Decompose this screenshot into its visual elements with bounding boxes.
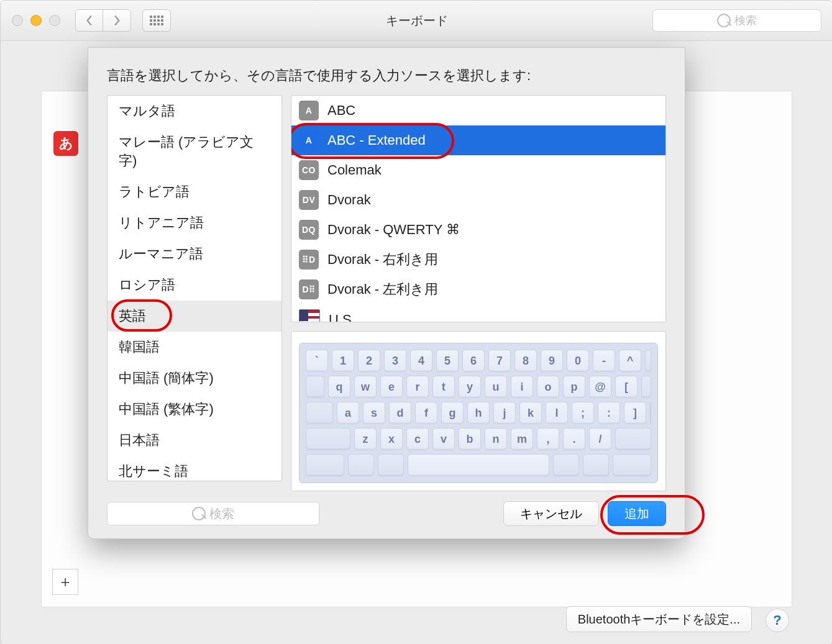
input-source-label: Dvorak - QWERTY ⌘	[327, 222, 460, 238]
keyboard-key: l	[546, 402, 568, 424]
input-source-row[interactable]: DQDvorak - QWERTY ⌘	[291, 215, 665, 245]
keyboard-key: p	[563, 376, 585, 398]
keyboard-key: .	[563, 428, 585, 450]
input-source-label: ABC - Extended	[327, 132, 426, 148]
keyboard-key-spacer	[613, 454, 651, 476]
sheet-search-placeholder: 検索	[209, 506, 234, 522]
keyboard-key-spacer	[306, 376, 324, 398]
keyboard-key: w	[354, 376, 377, 398]
keyboard-key: o	[537, 376, 559, 398]
keyboard-key: q	[328, 376, 350, 398]
input-source-row[interactable]: AABC - Extended	[291, 125, 665, 155]
language-row[interactable]: マルタ語	[107, 96, 281, 127]
keyboard-key: h	[467, 402, 490, 424]
keyboard-key: ]	[624, 402, 646, 424]
keyboard-row: qwertyuiop@[	[306, 376, 651, 398]
keyboard-key: g	[441, 402, 464, 424]
keyboard-spacebar	[408, 454, 549, 476]
hiragana-input-icon[interactable]: あ	[53, 131, 78, 156]
keyboard-key: ;	[572, 402, 594, 424]
keyboard-row	[306, 454, 651, 476]
keyboard-key: [	[615, 376, 638, 398]
input-source-icon: D⠿	[299, 279, 319, 299]
keyboard-key: e	[380, 376, 403, 398]
keyboard-key-spacer	[645, 350, 651, 372]
language-row[interactable]: 中国語 (簡体字)	[107, 363, 281, 394]
keyboard-key: 9	[541, 350, 563, 372]
input-source-row[interactable]: U.S.	[291, 304, 665, 322]
sheet-prompt: 言語を選択してから、その言語で使用する入力ソースを選択します:	[107, 66, 666, 85]
keyboard-key: j	[493, 402, 516, 424]
keyboard-key-spacer	[306, 428, 350, 450]
keyboard-key: 0	[567, 350, 589, 372]
language-row[interactable]: ラトビア語	[107, 176, 281, 207]
input-source-label: ABC	[327, 102, 355, 119]
keyboard-key: -	[593, 350, 615, 372]
language-row[interactable]: 北サーミ語	[107, 456, 281, 481]
keyboard-key-spacer	[306, 402, 333, 424]
add-input-source-button[interactable]: +	[52, 569, 78, 595]
input-source-row[interactable]: ⠿DDvorak - 右利き用	[291, 245, 665, 274]
keyboard-key: s	[363, 402, 385, 424]
input-source-label: Dvorak	[327, 192, 371, 208]
keyboard-key: a	[337, 402, 359, 424]
input-source-label: Dvorak - 右利き用	[327, 250, 438, 269]
add-input-source-sheet: 言語を選択してから、その言語で使用する入力ソースを選択します: マルタ語マレー語…	[88, 47, 685, 539]
keyboard-key: d	[389, 402, 411, 424]
input-source-icon: A	[299, 130, 319, 150]
preferences-window: キーボード 検索 あ + Bluetoothキーボードを設定... ? 言語を選…	[0, 0, 832, 644]
keyboard-key: i	[511, 376, 533, 398]
keyboard-key: 7	[488, 350, 511, 372]
language-row[interactable]: マレー語 (アラビア文字)	[107, 127, 281, 176]
search-icon	[192, 507, 206, 520]
keyboard-key-spacer	[615, 428, 651, 450]
input-source-row[interactable]: AABC	[291, 96, 665, 125]
keyboard-key: 6	[462, 350, 485, 372]
language-row[interactable]: 中国語 (繁体字)	[107, 394, 281, 425]
language-row[interactable]: ロシア語	[107, 270, 281, 301]
keyboard-key-spacer	[583, 454, 609, 476]
language-row[interactable]: リトアニア語	[107, 207, 281, 238]
cancel-button[interactable]: キャンセル	[503, 501, 599, 526]
add-button[interactable]: 追加	[608, 501, 666, 526]
input-source-row[interactable]: D⠿Dvorak - 左利き用	[291, 274, 665, 304]
input-source-label: Dvorak - 左利き用	[327, 280, 438, 299]
language-row[interactable]: 日本語	[107, 425, 281, 456]
keyboard-key: @	[589, 376, 611, 398]
keyboard-key: n	[485, 428, 507, 450]
keyboard-key: r	[406, 376, 429, 398]
language-row[interactable]: ルーマニア語	[107, 238, 281, 270]
keyboard-key: t	[432, 376, 455, 398]
keyboard-key: /	[589, 428, 611, 450]
keyboard-key: 5	[436, 350, 459, 372]
input-source-row[interactable]: COColemak	[291, 155, 665, 185]
keyboard-row: zxcvbnm,./	[306, 428, 651, 450]
bluetooth-keyboard-button[interactable]: Bluetoothキーボードを設定...	[566, 606, 752, 632]
keyboard-key: x	[380, 428, 403, 450]
input-source-icon: CO	[299, 160, 319, 180]
us-flag-icon	[299, 309, 320, 322]
keyboard-key: c	[406, 428, 429, 450]
input-source-icon: DQ	[299, 220, 319, 240]
keyboard-row: asdfghjkl;:]	[306, 402, 651, 424]
input-source-icon: DV	[299, 190, 319, 210]
language-row[interactable]: 英語	[107, 301, 281, 332]
input-source-label: U.S.	[329, 312, 355, 322]
keyboard-key-spacer	[306, 454, 344, 476]
input-source-row[interactable]: DVDvorak	[291, 185, 665, 215]
help-button[interactable]: ?	[766, 609, 789, 632]
language-list[interactable]: マルタ語マレー語 (アラビア文字)ラトビア語リトアニア語ルーマニア語ロシア語英語…	[107, 95, 282, 481]
keyboard-key: v	[432, 428, 455, 450]
keyboard-key: 1	[332, 350, 354, 372]
keyboard-key: 4	[410, 350, 432, 372]
sheet-search-field[interactable]: 検索	[107, 502, 319, 525]
input-source-list[interactable]: AABCAABC - ExtendedCOColemakDVDvorakDQDv…	[291, 95, 666, 322]
keyboard-layout: `1234567890-^qwertyuiop@[asdfghjkl;:]zxc…	[299, 343, 658, 483]
search-icon	[717, 14, 731, 27]
keyboard-key-spacer	[641, 376, 651, 398]
input-source-label: Colemak	[327, 162, 382, 178]
annotation-language	[111, 299, 172, 332]
language-row[interactable]: 韓国語	[107, 332, 281, 363]
titlebar: キーボード 検索	[1, 1, 832, 41]
keyboard-key: m	[511, 428, 533, 450]
